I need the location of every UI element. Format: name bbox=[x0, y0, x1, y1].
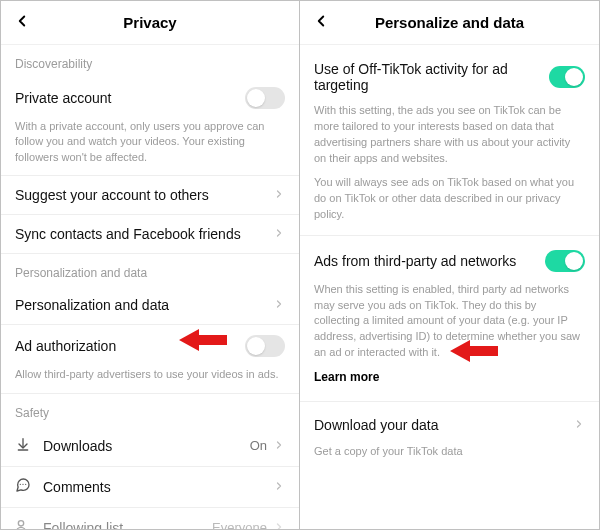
ad-auth-label: Ad authorization bbox=[15, 338, 116, 354]
following-list-label: Following list bbox=[43, 520, 123, 529]
downloads-value: On bbox=[250, 438, 267, 453]
ad-auth-desc: Allow third-party advertisers to use you… bbox=[1, 367, 299, 392]
page-title: Privacy bbox=[123, 14, 176, 31]
chevron-right-icon bbox=[273, 186, 285, 204]
comments-label: Comments bbox=[43, 479, 111, 495]
thirdparty-row[interactable]: Ads from third-party ad networks bbox=[300, 236, 599, 282]
header: Personalize and data bbox=[300, 1, 599, 45]
offsite-desc2: You will always see ads on TikTok based … bbox=[300, 175, 599, 231]
download-data-row[interactable]: Download your data bbox=[300, 402, 599, 444]
section-safety: Safety bbox=[1, 394, 299, 426]
following-list-row[interactable]: Following list Everyone bbox=[1, 508, 299, 529]
personalize-screen: Personalize and data Use of Off-TikTok a… bbox=[300, 1, 599, 529]
suggest-row[interactable]: Suggest your account to others bbox=[1, 176, 299, 214]
privacy-screen: Privacy Discoverability Private account … bbox=[1, 1, 300, 529]
chevron-right-icon bbox=[273, 225, 285, 243]
private-account-toggle[interactable] bbox=[245, 87, 285, 109]
sync-row[interactable]: Sync contacts and Facebook friends bbox=[1, 215, 299, 253]
comments-row[interactable]: Comments bbox=[1, 467, 299, 507]
suggest-label: Suggest your account to others bbox=[15, 187, 209, 203]
ad-auth-toggle[interactable] bbox=[245, 335, 285, 357]
section-personalization: Personalization and data bbox=[1, 254, 299, 286]
personalization-row[interactable]: Personalization and data bbox=[1, 286, 299, 324]
learn-more-link[interactable]: Learn more bbox=[314, 370, 379, 384]
sync-label: Sync contacts and Facebook friends bbox=[15, 226, 241, 242]
download-data-desc: Get a copy of your TikTok data bbox=[300, 444, 599, 468]
back-icon[interactable] bbox=[13, 12, 31, 34]
page-title: Personalize and data bbox=[375, 14, 524, 31]
download-icon bbox=[15, 436, 31, 456]
section-discoverability: Discoverability bbox=[1, 45, 299, 77]
ad-auth-row[interactable]: Ad authorization bbox=[1, 325, 299, 367]
offsite-toggle[interactable] bbox=[549, 66, 585, 88]
personalization-label: Personalization and data bbox=[15, 297, 169, 313]
offsite-row[interactable]: Use of Off-TikTok activity for ad target… bbox=[300, 45, 599, 103]
private-account-label: Private account bbox=[15, 90, 112, 106]
thirdparty-desc: When this setting is enabled, third part… bbox=[300, 282, 599, 370]
header: Privacy bbox=[1, 1, 299, 45]
download-data-label: Download your data bbox=[314, 417, 439, 433]
back-icon[interactable] bbox=[312, 12, 330, 34]
downloads-row[interactable]: Downloads On bbox=[1, 426, 299, 466]
thirdparty-toggle[interactable] bbox=[545, 250, 585, 272]
chevron-right-icon bbox=[273, 437, 285, 455]
offsite-label: Use of Off-TikTok activity for ad target… bbox=[314, 61, 549, 93]
chevron-right-icon bbox=[273, 478, 285, 496]
private-account-row[interactable]: Private account bbox=[1, 77, 299, 119]
offsite-desc1: With this setting, the ads you see on Ti… bbox=[300, 103, 599, 175]
svg-point-5 bbox=[18, 520, 23, 525]
people-icon bbox=[15, 518, 31, 529]
downloads-label: Downloads bbox=[43, 438, 112, 454]
chevron-right-icon bbox=[273, 519, 285, 529]
comment-icon bbox=[15, 477, 31, 497]
following-list-value: Everyone bbox=[212, 520, 267, 529]
private-account-desc: With a private account, only users you a… bbox=[1, 119, 299, 175]
chevron-right-icon bbox=[573, 416, 585, 434]
chevron-right-icon bbox=[273, 296, 285, 314]
thirdparty-label: Ads from third-party ad networks bbox=[314, 253, 516, 269]
